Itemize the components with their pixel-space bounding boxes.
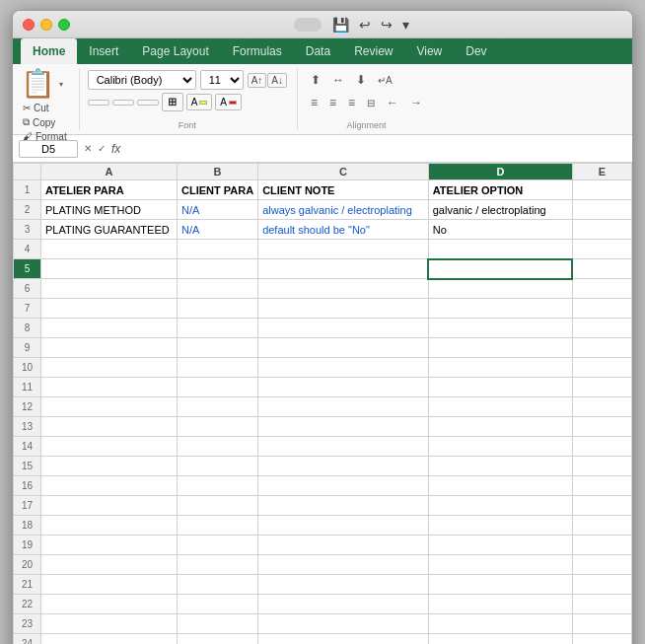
cell-b9[interactable]	[177, 338, 257, 358]
cell-b3[interactable]: N/A	[177, 220, 257, 240]
cell-e24[interactable]	[572, 634, 631, 645]
cell-b4[interactable]	[177, 240, 257, 259]
tab-insert[interactable]: Insert	[77, 38, 130, 64]
col-header-c[interactable]: C	[258, 164, 429, 180]
cell-b14[interactable]	[177, 437, 257, 457]
cell-d3[interactable]: No	[428, 220, 572, 240]
tab-review[interactable]: Review	[342, 38, 404, 64]
align-right-button[interactable]: ≡	[343, 93, 360, 112]
tab-dev[interactable]: Dev	[454, 38, 498, 64]
accept-formula-button[interactable]: ✓	[96, 143, 108, 154]
font-color-button[interactable]: A	[215, 94, 242, 110]
cell-b16[interactable]	[177, 476, 257, 496]
cell-a12[interactable]	[41, 397, 178, 417]
cell-b7[interactable]	[177, 299, 257, 319]
cell-a6[interactable]	[41, 279, 178, 299]
cell-b12[interactable]	[177, 397, 257, 417]
save-icon[interactable]: 💾	[329, 15, 352, 35]
cell-d9[interactable]	[428, 338, 572, 358]
cell-c9[interactable]	[258, 338, 429, 358]
cell-d24[interactable]	[428, 634, 572, 645]
col-header-e[interactable]: E	[572, 164, 631, 180]
cell-a24[interactable]	[41, 634, 178, 645]
cell-b17[interactable]	[177, 496, 257, 516]
cell-a4[interactable]	[41, 240, 178, 259]
cell-e2[interactable]	[572, 200, 631, 220]
undo-icon[interactable]: ↩	[356, 15, 374, 35]
cell-c6[interactable]	[258, 279, 429, 299]
cell-e12[interactable]	[572, 397, 631, 417]
cell-c10[interactable]	[258, 358, 429, 378]
tab-home[interactable]: Home	[21, 38, 77, 64]
cell-c15[interactable]	[258, 457, 429, 476]
cell-d12[interactable]	[428, 397, 572, 417]
cell-d10[interactable]	[428, 358, 572, 378]
indent-dec-button[interactable]: ←	[382, 93, 403, 112]
cell-c19[interactable]	[258, 536, 429, 555]
underline-button[interactable]	[137, 100, 159, 106]
tab-page-layout[interactable]: Page Layout	[130, 38, 220, 64]
cell-b6[interactable]	[177, 279, 257, 299]
align-middle-button[interactable]: ↔	[327, 70, 349, 90]
cell-e20[interactable]	[572, 555, 631, 575]
cell-c14[interactable]	[258, 437, 429, 457]
cell-d13[interactable]	[428, 417, 572, 437]
paste-dropdown[interactable]: ▾	[59, 80, 63, 89]
cell-a16[interactable]	[41, 476, 178, 496]
cell-c8[interactable]	[258, 319, 429, 338]
cell-d23[interactable]	[428, 614, 572, 634]
cell-c24[interactable]	[258, 634, 429, 645]
cell-b10[interactable]	[177, 358, 257, 378]
cell-a11[interactable]	[41, 378, 178, 397]
cell-a21[interactable]	[41, 575, 178, 595]
cell-a13[interactable]	[41, 417, 178, 437]
cell-b5[interactable]	[177, 259, 257, 279]
cell-a7[interactable]	[41, 299, 178, 319]
cell-b15[interactable]	[177, 457, 257, 476]
cell-c16[interactable]	[258, 476, 429, 496]
wrap-text-button[interactable]: ↵A	[373, 70, 397, 90]
cell-e5[interactable]	[572, 259, 631, 279]
cell-d8[interactable]	[428, 319, 572, 338]
merge-button[interactable]: ⊟	[362, 93, 380, 112]
cell-a19[interactable]	[41, 536, 178, 555]
redo-icon[interactable]: ↪	[378, 15, 395, 35]
cell-d1[interactable]: ATELIER OPTION	[428, 180, 572, 200]
cell-c22[interactable]	[258, 595, 429, 614]
cell-e9[interactable]	[572, 338, 631, 358]
font-decrease-button[interactable]: A↓	[267, 73, 287, 88]
cell-b18[interactable]	[177, 516, 257, 536]
cell-a20[interactable]	[41, 555, 178, 575]
cell-e8[interactable]	[572, 319, 631, 338]
cell-a17[interactable]	[41, 496, 178, 516]
col-header-d[interactable]: D	[428, 164, 572, 180]
fill-color-button[interactable]: A	[186, 94, 213, 110]
maximize-button[interactable]	[58, 19, 70, 31]
col-header-b[interactable]: B	[177, 164, 257, 180]
cell-d11[interactable]	[428, 378, 572, 397]
tab-data[interactable]: Data	[294, 38, 342, 64]
copy-button[interactable]: ⧉ Copy	[21, 115, 69, 129]
cell-c4[interactable]	[258, 240, 429, 259]
cell-a8[interactable]	[41, 319, 178, 338]
cell-d15[interactable]	[428, 457, 572, 476]
cell-e23[interactable]	[572, 614, 631, 634]
cell-b23[interactable]	[177, 614, 257, 634]
cell-e22[interactable]	[572, 595, 631, 614]
cell-c23[interactable]	[258, 614, 429, 634]
cell-a5[interactable]	[41, 259, 178, 279]
cell-c13[interactable]	[258, 417, 429, 437]
cell-a1[interactable]: ATELIER PARA	[41, 180, 178, 200]
cell-e13[interactable]	[572, 417, 631, 437]
cell-a22[interactable]	[41, 595, 178, 614]
cell-e21[interactable]	[572, 575, 631, 595]
cell-e4[interactable]	[572, 240, 631, 259]
cell-b20[interactable]	[177, 555, 257, 575]
align-top-button[interactable]: ⬆	[306, 70, 325, 90]
cell-b2[interactable]: N/A	[177, 200, 257, 220]
align-center-button[interactable]: ≡	[324, 93, 341, 112]
cell-d17[interactable]	[428, 496, 572, 516]
cell-c11[interactable]	[258, 378, 429, 397]
cell-c3[interactable]: default should be "No"	[258, 220, 429, 240]
cell-d21[interactable]	[428, 575, 572, 595]
